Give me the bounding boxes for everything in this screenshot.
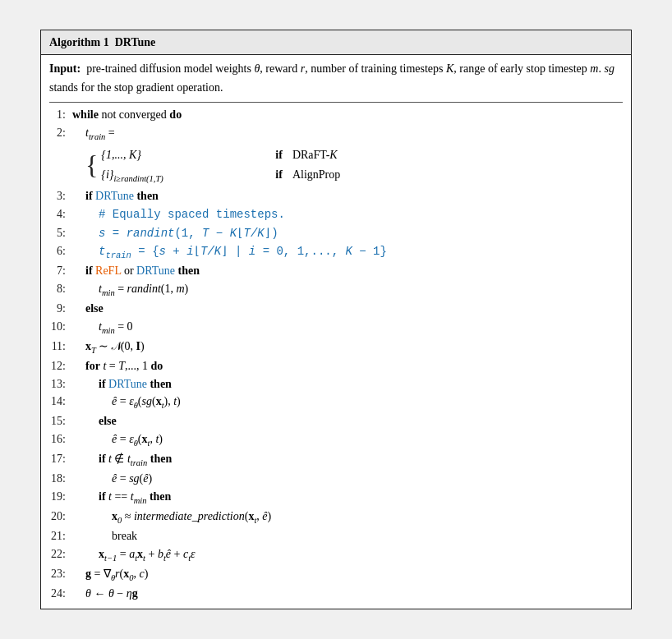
line-4: 4: # Equally spaced timesteps. [49,205,623,224]
line-20: 20: x0 ≈ intermediate_prediction(xt, ê) [49,508,623,527]
line-content-8: tmin = randint(1, m) [99,280,623,300]
line-content-17: if t ∉ ttrain then [99,450,623,470]
line-10: 10: tmin = 0 [49,318,623,338]
line-num-13: 13: [49,375,72,393]
line-1: 1: while not converged do [49,106,623,124]
algorithm-body: Input: pre-trained diffusion model weigh… [41,55,631,609]
line-content-12: for t = T,..., 1 do [85,357,623,375]
line-content-6: ttrain = {s + i⌊T/K⌋ | i = 0, 1,..., K −… [99,242,623,262]
line-num-5: 5: [49,224,72,242]
line-num-19: 19: [49,488,72,506]
line-num-4: 4: [49,205,72,223]
line-num-24: 24: [49,585,72,603]
line-13: 13: if DRTune then [49,375,623,393]
line-num-16: 16: [49,430,72,448]
line-content-10: tmin = 0 [99,318,623,338]
line-num-2: 2: [49,124,72,142]
line-9: 9: else [49,300,623,318]
line-19: 19: if t == tmin then [49,488,623,508]
line-num-18: 18: [49,470,72,488]
line-content-3: if DRTune then [85,187,623,205]
line-num-9: 9: [49,300,72,318]
line-content-22: xt−1 = atxt + btê + ctε [99,545,623,565]
line-num-15: 15: [49,412,72,430]
algorithm-box: Algorithm 1 DRTune Input: pre-trained di… [40,30,632,610]
line-content-23: g = ∇θr(x0, c) [85,565,623,585]
line-12: 12: for t = T,..., 1 do [49,357,623,375]
algorithm-name: DRTune [115,36,156,48]
line-num-23: 23: [49,565,72,583]
line-2: 2: ttrain = { {1,..., K} if DRaFT-K {i}i… [49,124,623,188]
line-num-12: 12: [49,357,72,375]
line-num-21: 21: [49,527,72,545]
line-3: 3: if DRTune then [49,187,623,205]
line-content-1: while not converged do [72,106,623,124]
algorithm-label: Algorithm 1 [49,36,109,48]
line-21: 21: break [49,527,623,545]
line-num-14: 14: [49,393,72,411]
line-content-11: xT ∼ 𝒩(0, I) [85,338,623,357]
line-content-2: ttrain = { {1,..., K} if DRaFT-K {i}i≥ra… [85,124,623,188]
line-content-5: s = randint(1, T − K⌊T/K⌋) [99,224,623,243]
line-num-22: 22: [49,545,72,563]
line-15: 15: else [49,412,623,430]
line-content-7: if ReFL or DRTune then [85,262,623,280]
line-17: 17: if t ∉ ttrain then [49,450,623,470]
line-22: 22: xt−1 = atxt + btê + ctε [49,545,623,565]
line-num-8: 8: [49,280,72,298]
line-num-20: 20: [49,508,72,526]
line-content-13: if DRTune then [99,375,623,393]
line-content-4: # Equally spaced timesteps. [99,205,623,224]
line-num-7: 7: [49,262,72,280]
line-content-16: ê = εθ(xt, t) [112,430,623,450]
line-23: 23: g = ∇θr(x0, c) [49,565,623,585]
line-24: 24: θ ← θ − ηg [49,585,623,603]
input-label: Input: [49,62,81,75]
line-num-1: 1: [49,106,72,124]
line-content-20: x0 ≈ intermediate_prediction(xt, ê) [112,508,623,527]
line-content-14: ê = εθ(sg(xt), t) [112,393,623,412]
line-content-18: ê = sg(ê) [112,470,623,488]
line-content-21: break [112,527,623,545]
line-18: 18: ê = sg(ê) [49,470,623,488]
line-6: 6: ttrain = {s + i⌊T/K⌋ | i = 0, 1,..., … [49,242,623,262]
line-num-17: 17: [49,450,72,468]
line-content-9: else [85,300,623,318]
line-content-15: else [99,412,623,430]
line-num-3: 3: [49,187,72,205]
line-content-24: θ ← θ − ηg [85,585,623,603]
line-14: 14: ê = εθ(sg(xt), t) [49,393,623,412]
input-block: Input: pre-trained diffusion model weigh… [49,60,623,103]
line-16: 16: ê = εθ(xt, t) [49,430,623,450]
line-8: 8: tmin = randint(1, m) [49,280,623,300]
line-num-10: 10: [49,318,72,336]
line-num-11: 11: [49,338,72,356]
line-content-19: if t == tmin then [99,488,623,508]
line-11: 11: xT ∼ 𝒩(0, I) [49,338,623,357]
line-5: 5: s = randint(1, T − K⌊T/K⌋) [49,224,623,243]
line-7: 7: if ReFL or DRTune then [49,262,623,280]
algorithm-header: Algorithm 1 DRTune [41,30,631,56]
line-num-6: 6: [49,242,72,260]
